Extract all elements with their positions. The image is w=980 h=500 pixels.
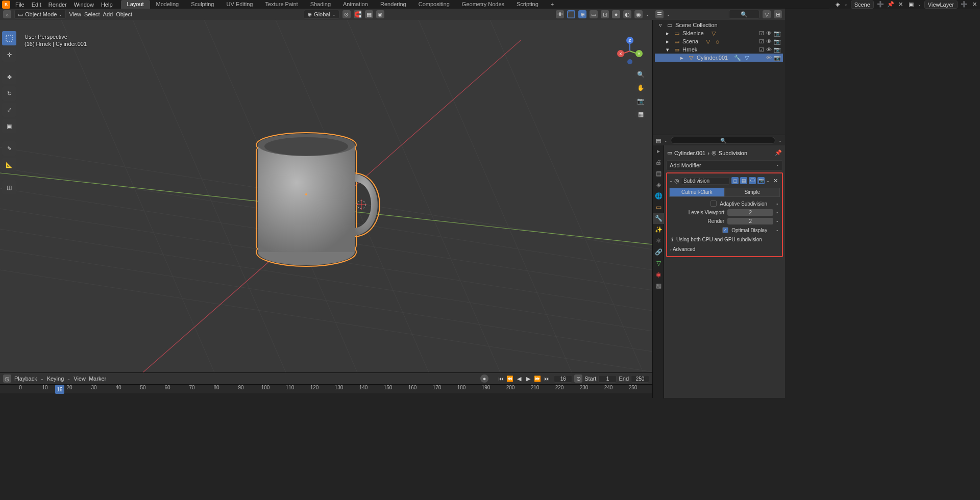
tool-measure[interactable]: 📐 bbox=[2, 158, 16, 172]
timeline-ruler[interactable]: 16 0102030405060708090100110120130140150… bbox=[0, 384, 652, 393]
jump-end-icon[interactable]: ⏭ bbox=[543, 374, 551, 383]
eye-icon[interactable]: 👁 bbox=[766, 38, 772, 45]
props-options-icon[interactable]: ⌄ bbox=[778, 138, 782, 143]
outliner-filter-icon[interactable]: ▽ bbox=[763, 10, 771, 18]
mod-edit-mode-icon[interactable]: ▤ bbox=[740, 177, 747, 184]
tab-world[interactable]: 🌐 bbox=[653, 190, 664, 202]
tab-geometry-nodes[interactable]: Geometry Nodes bbox=[456, 0, 510, 9]
tool-add-cube[interactable]: ◫ bbox=[2, 180, 16, 194]
xray-icon[interactable]: ▭ bbox=[590, 10, 598, 18]
tab-modeling[interactable]: Modeling bbox=[150, 0, 185, 9]
tab-add-workspace[interactable]: + bbox=[545, 0, 560, 9]
current-frame-field[interactable]: 16 bbox=[554, 375, 572, 383]
menu-view[interactable]: View bbox=[69, 11, 81, 17]
menu-help[interactable]: Help bbox=[101, 2, 113, 8]
keyframe-prev-icon[interactable]: ⏪ bbox=[506, 374, 514, 383]
eye-icon[interactable]: 👁 bbox=[766, 30, 772, 37]
menu-add[interactable]: Add bbox=[103, 11, 113, 17]
simple-tab[interactable]: Simple bbox=[725, 188, 780, 197]
menu-keying[interactable]: Keying bbox=[47, 376, 64, 382]
expand-icon[interactable]: ⌄ bbox=[669, 179, 673, 183]
tab-uv-editing[interactable]: UV Editing bbox=[220, 0, 259, 9]
snap-target-icon[interactable]: ▦ bbox=[365, 10, 373, 18]
camera-view-icon[interactable]: 📷 bbox=[635, 95, 646, 107]
tool-select-box[interactable] bbox=[2, 31, 16, 45]
jump-start-icon[interactable]: ⏮ bbox=[497, 374, 505, 383]
outliner-item-scena[interactable]: ▸ ▭ Scena ▽ ☼ ☑ 👁 📷 bbox=[655, 37, 783, 45]
pin-icon[interactable]: 📌 bbox=[775, 149, 782, 156]
zoom-icon[interactable]: 🔍 bbox=[635, 69, 646, 80]
timeline-editor-icon[interactable]: ◷ bbox=[3, 374, 11, 383]
pivot-icon[interactable]: ⊙ bbox=[342, 10, 351, 18]
mod-close-icon[interactable]: ✕ bbox=[771, 178, 780, 184]
viewlayer-name-field[interactable]: ViewLayer bbox=[924, 1, 958, 9]
menu-edit[interactable]: Edit bbox=[32, 2, 41, 8]
tab-mesh-data[interactable]: ▽ bbox=[653, 258, 664, 269]
menu-render[interactable]: Render bbox=[48, 2, 67, 8]
visibility-icon[interactable]: 👁 bbox=[556, 10, 564, 18]
outliner-new-collection-icon[interactable]: ⊞ bbox=[774, 10, 782, 18]
keyframe-next-icon[interactable]: ⏩ bbox=[533, 374, 542, 383]
menu-file[interactable]: File bbox=[15, 2, 24, 8]
checkbox-icon[interactable]: ☑ bbox=[759, 30, 764, 37]
tab-scripting[interactable]: Scripting bbox=[510, 0, 545, 9]
render-levels-field[interactable]: 2 bbox=[727, 218, 773, 224]
optimal-checkbox[interactable]: ✓ bbox=[722, 227, 728, 233]
outliner-editor-icon[interactable]: ☰ bbox=[655, 10, 664, 18]
autokey-icon[interactable]: ● bbox=[480, 374, 488, 383]
tool-move[interactable]: ✥ bbox=[2, 70, 16, 84]
adaptive-checkbox[interactable] bbox=[710, 201, 717, 207]
navigation-gizmo[interactable]: Z X Y bbox=[614, 33, 646, 66]
mod-extra-icon[interactable]: ⌄ bbox=[766, 179, 770, 183]
proportional-icon[interactable]: ◉ bbox=[376, 10, 384, 18]
props-search-input[interactable]: 🔍 bbox=[671, 137, 775, 144]
play-reverse-icon[interactable]: ◀ bbox=[515, 374, 523, 383]
playhead[interactable]: 16 bbox=[55, 385, 64, 394]
tab-scene[interactable]: ◈ bbox=[653, 179, 664, 190]
outliner-item-sklenice[interactable]: ▸ ▭ Sklenice ▽ ☑ 👁 📷 bbox=[655, 29, 783, 37]
mug-mesh[interactable] bbox=[256, 133, 380, 266]
gizmo-toggle-icon[interactable]: ⬛ bbox=[567, 10, 575, 18]
outliner-item-cylinder001[interactable]: ▸ ▽ Cylinder.001 🔧 ▽ 👁 📷 bbox=[655, 54, 783, 62]
outliner-item-hrnek[interactable]: ▾ ▭ Hrnek ☑ 👁 📷 bbox=[655, 45, 783, 54]
menu-object[interactable]: Object bbox=[116, 11, 132, 17]
viewlayer-browse-icon[interactable]: ⌄ bbox=[918, 2, 921, 7]
shading-solid-icon[interactable]: ● bbox=[612, 10, 620, 18]
tool-transform[interactable]: ▣ bbox=[2, 119, 16, 133]
tab-compositing[interactable]: Compositing bbox=[412, 0, 456, 9]
eye-icon[interactable]: 👁 bbox=[766, 55, 772, 61]
tab-physics[interactable]: ⚛ bbox=[653, 235, 664, 246]
tab-animation[interactable]: Animation bbox=[337, 0, 374, 9]
checkbox-icon[interactable]: ☑ bbox=[759, 38, 764, 45]
tab-texture-paint[interactable]: Texture Paint bbox=[259, 0, 304, 9]
mod-on-cage-icon[interactable]: ▢ bbox=[731, 177, 739, 184]
catmull-clark-tab[interactable]: Catmull-Clark bbox=[669, 188, 725, 197]
tab-rendering[interactable]: Rendering bbox=[374, 0, 412, 9]
props-editor-icon[interactable]: ▤ bbox=[656, 137, 661, 144]
tab-object[interactable]: ▭ bbox=[653, 202, 664, 213]
tool-rotate[interactable]: ↻ bbox=[2, 86, 16, 101]
mod-render-icon[interactable]: 📷 bbox=[757, 177, 765, 184]
pan-icon[interactable]: ✋ bbox=[635, 82, 646, 93]
checkbox-icon[interactable]: ☑ bbox=[759, 46, 764, 53]
tab-viewlayer[interactable]: ▤ bbox=[653, 168, 664, 179]
start-frame-field[interactable]: 1 bbox=[598, 375, 617, 383]
tool-scale[interactable]: ⤢ bbox=[2, 103, 16, 117]
outliner-search[interactable]: 🔍 bbox=[729, 10, 760, 19]
3d-viewport[interactable]: User Perspective (16) Hrnek | Cylinder.0… bbox=[0, 20, 652, 372]
tab-constraints[interactable]: 🔗 bbox=[653, 246, 664, 258]
perspective-toggle-icon[interactable]: ▦ bbox=[635, 109, 646, 120]
tab-render[interactable]: ▸ bbox=[653, 145, 664, 157]
disclosure-icon[interactable]: ▸ bbox=[664, 30, 671, 37]
scene-delete-icon[interactable]: ✕ bbox=[897, 1, 904, 8]
outliner-scene-collection[interactable]: ▿ ▭ Scene Collection bbox=[655, 21, 783, 29]
frame-range-icon[interactable]: ⊙ bbox=[574, 374, 582, 383]
shading-matprev-icon[interactable]: ◐ bbox=[623, 10, 631, 18]
viewlayer-delete-icon[interactable]: ✕ bbox=[971, 1, 978, 8]
tab-shading[interactable]: Shading bbox=[304, 0, 337, 9]
render-icon[interactable]: 📷 bbox=[774, 46, 781, 53]
tool-annotate[interactable]: ✎ bbox=[2, 141, 16, 156]
shading-options-icon[interactable]: ⌄ bbox=[646, 12, 649, 17]
add-modifier-button[interactable]: Add Modifier⌄ bbox=[666, 160, 783, 170]
end-frame-field[interactable]: 250 bbox=[631, 375, 649, 383]
